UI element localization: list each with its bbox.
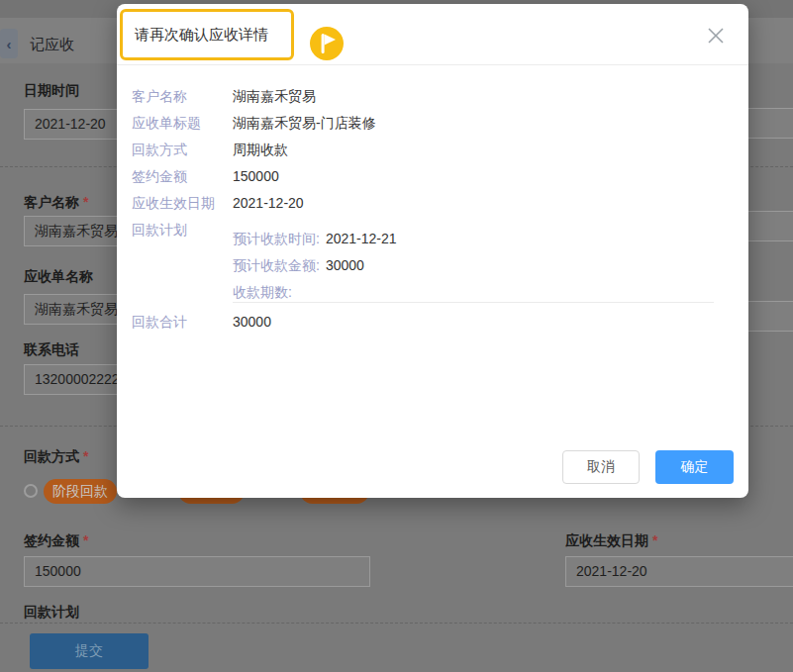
contract-amount-input[interactable]: 150000	[24, 556, 370, 587]
modal-header: 请再次确认应收详情	[117, 4, 748, 65]
flag-icon	[309, 26, 345, 61]
plan-divider	[233, 302, 714, 303]
contract-amount-label: 签约金额*	[24, 532, 88, 550]
customer-label: 客户名称*	[24, 194, 88, 212]
confirm-button[interactable]: 确定	[655, 450, 734, 484]
row-label: 回款方式	[132, 137, 187, 163]
payment-method-label: 回款方式*	[24, 448, 88, 466]
total-value: 30000	[233, 309, 271, 336]
divider-dashed	[0, 623, 793, 624]
row-label: 应收生效日期	[132, 190, 215, 217]
effective-date-input[interactable]: 2021-12-20	[565, 556, 793, 587]
row-label: 签约金额	[132, 163, 187, 190]
row-value: 湖南嘉禾贸易-门店装修	[233, 110, 376, 137]
modal-title-highlight-box: 请再次确认应收详情	[120, 9, 294, 60]
effective-date-label: 应收生效日期*	[565, 532, 657, 550]
payment-plan-label: 回款计划	[24, 604, 79, 622]
row-value: 湖南嘉禾贸易	[233, 83, 316, 110]
modal-title: 请再次确认应收详情	[135, 26, 268, 45]
total-label: 回款合计	[132, 309, 187, 336]
confirm-receivable-modal: 请再次确认应收详情 客户名称 湖南嘉禾贸易 应收单标题	[117, 4, 748, 498]
page-title: 记应收	[30, 36, 74, 54]
cancel-button[interactable]: 取消	[562, 450, 640, 484]
radio-icon[interactable]	[24, 484, 38, 498]
row-value: 150000	[233, 163, 279, 190]
required-asterisk: *	[652, 532, 657, 548]
date-label: 日期时间	[24, 82, 79, 100]
back-button[interactable]: ‹	[0, 29, 18, 58]
required-asterisk: *	[83, 532, 88, 548]
phone-label: 联系电话	[24, 341, 79, 359]
chevron-left-icon: ‹	[7, 36, 12, 52]
row-value: 周期收款	[233, 137, 288, 163]
close-icon[interactable]	[702, 22, 730, 49]
row-value: 2021-12-20	[233, 190, 304, 217]
required-asterisk: *	[83, 194, 88, 210]
screen: ‹ 记应收 日期时间 2021-12-20 客户名称* 湖南嘉禾贸易 应收单名称…	[0, 0, 793, 672]
plan-line: 预计收款时间:2021-12-21	[233, 226, 397, 252]
plan-line: 预计收款金额:30000	[233, 252, 364, 279]
required-asterisk: *	[83, 448, 88, 464]
submit-button[interactable]: 提交	[30, 633, 149, 669]
plan-label: 回款计划	[132, 217, 187, 243]
receivable-name-label: 应收单名称	[24, 268, 93, 286]
row-label: 客户名称	[132, 83, 187, 110]
row-label: 应收单标题	[132, 110, 201, 137]
payment-option-pill[interactable]: 阶段回款	[44, 479, 117, 504]
